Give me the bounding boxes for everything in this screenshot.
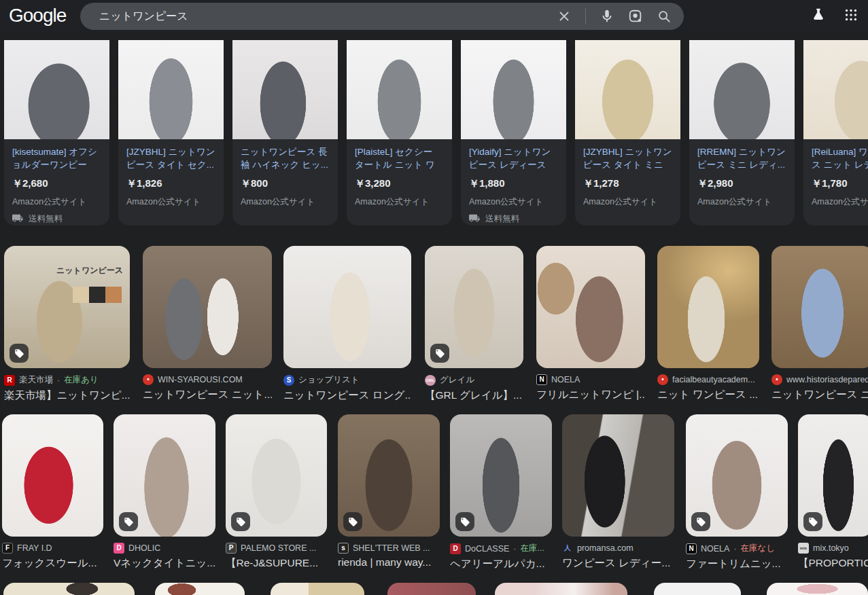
result-photo[interactable] (143, 246, 272, 368)
result-source[interactable]: D DHOLIC (114, 543, 215, 554)
result-photo[interactable] (450, 414, 552, 537)
image-result[interactable]: • facialbeautyacadem... ニット ワンピース ... (657, 246, 759, 402)
result-photo[interactable] (657, 246, 759, 368)
image-result[interactable]: F FRAY I.D フォックスウール... (2, 414, 103, 571)
image-result[interactable] (3, 583, 135, 595)
result-title[interactable]: Vネックタイトニッ... (114, 556, 215, 571)
google-logo[interactable]: Google (9, 5, 66, 26)
google-lens-icon[interactable] (628, 9, 643, 24)
result-title[interactable]: ヘアリーアルパカ... (450, 557, 552, 571)
product-title[interactable]: [ReiLuana] ワンピース ニット レディ... (812, 145, 868, 171)
shopping-card[interactable]: [JZYBHL] ニットワンピース タイト セク... ￥1,826 Amazo… (118, 40, 224, 226)
result-title[interactable]: ニットワンピース ロング... (283, 389, 411, 403)
result-source[interactable]: • www.historiasdepared... (771, 374, 868, 385)
result-source[interactable]: GRL グレイル (425, 374, 523, 386)
result-title[interactable]: ニットワンピース ニット... (143, 388, 272, 402)
image-result[interactable]: S ショップリスト ニットワンピース ロング... (283, 246, 411, 403)
image-result[interactable]: s SHEL'TTER WEB ... rienda | many way... (338, 414, 440, 569)
product-title[interactable]: [JZYBHL] ニットワンピース タイト セク... (126, 145, 215, 171)
product-title[interactable]: [PlaisteL] セクシー タートル ニット ワン... (355, 145, 444, 171)
result-title[interactable]: ファートリムニッ... (686, 557, 788, 571)
result-photo[interactable] (686, 414, 788, 537)
product-image[interactable] (803, 40, 868, 139)
result-title[interactable]: ワンピース レディー... (562, 556, 674, 571)
result-photo[interactable] (114, 414, 215, 537)
product-tag-icon[interactable] (343, 512, 362, 531)
image-result[interactable]: ニットワンピース R 楽天市場 · 在庫あり 楽天市場】ニットワンピ... (4, 246, 130, 403)
result-source[interactable]: D DoCLASSE · 在庫... (450, 543, 552, 554)
result-photo[interactable] (2, 414, 103, 537)
product-image[interactable] (689, 40, 795, 139)
product-tag-icon[interactable] (119, 512, 138, 531)
product-image[interactable] (118, 40, 224, 139)
result-title[interactable]: 【GRL グレイル】... (425, 389, 523, 403)
shopping-card[interactable]: [JZYBHL] ニットワンピース タイト ミニ ... ￥1,278 Amaz… (575, 40, 680, 226)
result-photo[interactable] (283, 246, 411, 368)
image-result[interactable]: N NOELA フリルニットワンピ |... (536, 246, 645, 402)
search-bar[interactable] (80, 3, 684, 30)
image-result[interactable] (495, 583, 627, 595)
product-tag-icon[interactable] (430, 344, 449, 363)
result-title[interactable]: ニット ワンピース ... (657, 388, 759, 402)
image-result[interactable] (387, 583, 476, 595)
result-source[interactable]: F FRAY I.D (2, 543, 103, 554)
result-title[interactable]: フリルニットワンピ |... (536, 388, 645, 402)
result-title[interactable]: フォックスウール... (2, 556, 103, 571)
search-icon[interactable] (657, 9, 672, 24)
image-result[interactable]: • WIN-SYAROUSI.COM ニットワンピース ニット... (143, 246, 272, 402)
result-source[interactable]: • WIN-SYAROUSI.COM (143, 374, 272, 385)
image-result[interactable] (155, 583, 245, 595)
result-source[interactable]: R 楽天市場 · 在庫あり (4, 374, 130, 386)
image-result[interactable]: 人 promansa.com ワンピース レディー... (562, 414, 674, 571)
result-photo[interactable] (226, 414, 327, 537)
image-result[interactable] (767, 583, 868, 595)
microphone-icon[interactable] (600, 9, 614, 24)
labs-flask-icon[interactable] (811, 7, 826, 25)
result-photo[interactable] (771, 246, 868, 368)
clear-icon[interactable] (557, 9, 572, 24)
product-tag-icon[interactable] (803, 512, 822, 531)
product-tag-icon[interactable] (231, 512, 250, 531)
product-tag-icon[interactable] (455, 512, 474, 531)
result-source[interactable]: P PALEMO STORE ... (226, 543, 327, 554)
product-image[interactable] (4, 40, 109, 139)
result-title[interactable]: 楽天市場】ニットワンピ... (4, 389, 130, 403)
image-result[interactable]: • www.historiasdepared... ニットワンピース ニッ... (771, 246, 868, 402)
shopping-card[interactable]: [RREMN] ニットワンピース ミニ レディ... ￥2,980 Amazon… (689, 40, 795, 226)
result-photo[interactable]: ニットワンピース (4, 246, 130, 368)
result-source[interactable]: mix mix.tokyo (798, 543, 868, 554)
result-source[interactable]: s SHEL'TTER WEB ... (338, 543, 440, 554)
product-title[interactable]: [kisetsumate] オフショルダーワンピース... (12, 145, 101, 171)
shopping-card[interactable]: [Yidaify] ニットワンピース レディース ワ... ￥1,880 Ama… (461, 40, 566, 226)
result-source[interactable]: N NOELA (536, 374, 645, 385)
image-result[interactable]: P PALEMO STORE ... 【Re-J&SUPURE... (226, 414, 327, 571)
product-image[interactable] (232, 40, 338, 139)
result-photo[interactable] (338, 414, 440, 537)
image-result[interactable] (271, 583, 364, 595)
search-input[interactable] (80, 10, 557, 22)
product-image[interactable] (575, 40, 680, 139)
result-source[interactable]: S ショップリスト (283, 374, 411, 386)
product-image[interactable] (461, 40, 566, 139)
result-photo[interactable] (536, 246, 645, 368)
result-title[interactable]: rienda | many way... (338, 556, 440, 569)
apps-grid-icon[interactable] (844, 7, 858, 25)
product-tag-icon[interactable] (691, 512, 710, 531)
product-title[interactable]: [JZYBHL] ニットワンピース タイト ミニ ... (583, 145, 672, 171)
image-result[interactable]: D DHOLIC Vネックタイトニッ... (114, 414, 215, 571)
result-source[interactable]: N NOELA · 在庫なし (686, 543, 788, 554)
shopping-card[interactable]: [PlaisteL] セクシー タートル ニット ワン... ￥3,280 Am… (347, 40, 452, 226)
image-result[interactable]: D DoCLASSE · 在庫... ヘアリーアルパカ... (450, 414, 552, 571)
product-title[interactable]: ニットワンピース 長袖 ハイネック ヒッ... (241, 145, 330, 171)
image-result[interactable]: mix mix.tokyo 【PROPORTIO... (798, 414, 868, 571)
result-photo[interactable] (798, 414, 868, 537)
shopping-card[interactable]: [kisetsumate] オフショルダーワンピース... ￥2,680 Ama… (4, 40, 109, 226)
result-photo[interactable] (562, 414, 674, 537)
shopping-card[interactable]: [ReiLuana] ワンピース ニット レディ... ￥1,780 Amazo… (803, 40, 868, 226)
result-title[interactable]: ニットワンピース ニッ... (771, 388, 868, 402)
product-image[interactable] (347, 40, 452, 139)
image-result[interactable] (654, 583, 741, 595)
result-source[interactable]: • facialbeautyacadem... (657, 374, 759, 385)
result-title[interactable]: 【PROPORTIO... (798, 556, 868, 571)
result-source[interactable]: 人 promansa.com (562, 543, 674, 554)
